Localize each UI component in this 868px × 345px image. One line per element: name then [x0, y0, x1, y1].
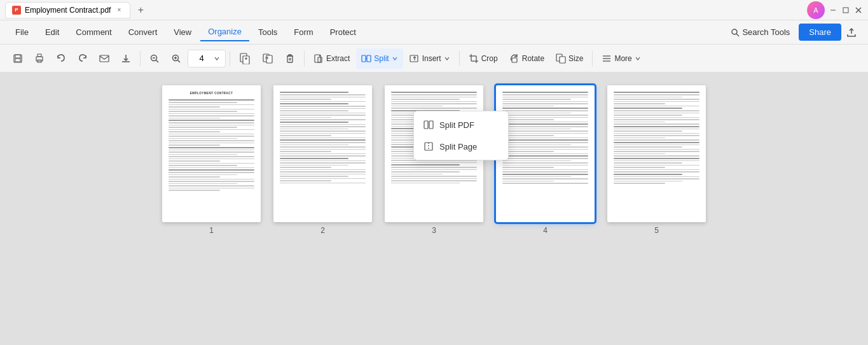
svg-rect-44: [560, 57, 565, 63]
print-button[interactable]: [29, 48, 50, 69]
svg-line-5: [736, 34, 739, 36]
print-icon: [34, 53, 45, 64]
email-button[interactable]: [94, 48, 114, 69]
menu-file[interactable]: File: [8, 24, 36, 41]
rotate-button[interactable]: Rotate: [504, 48, 549, 69]
menu-edit[interactable]: Edit: [38, 24, 67, 41]
active-tab[interactable]: P Employment Contract.pdf ×: [5, 2, 130, 18]
main-content: EMPLOYMENT CONTRACT: [0, 73, 868, 345]
extract-icon: [313, 53, 324, 64]
size-button[interactable]: Size: [551, 48, 588, 69]
split-pdf-icon: [423, 119, 434, 130]
pdf-page-2[interactable]: 2: [273, 85, 372, 235]
menu-tools[interactable]: Tools: [251, 24, 285, 41]
menu-form[interactable]: Form: [286, 24, 320, 41]
page-thumbnail-2[interactable]: [273, 85, 372, 222]
page-input[interactable]: [192, 53, 211, 63]
more-icon: [602, 53, 612, 64]
insert-label: Insert: [422, 54, 441, 63]
more-chevron-icon: [635, 55, 641, 62]
zoom-out-icon: [149, 53, 160, 64]
zoom-out-button[interactable]: [144, 48, 165, 69]
toolbar: Extract Split Insert Crop Rotate Size Mo…: [0, 45, 868, 73]
zoom-in-button[interactable]: [166, 48, 186, 69]
minimize-button[interactable]: [829, 6, 837, 15]
crop-icon: [469, 53, 479, 64]
upload-button[interactable]: [843, 24, 860, 41]
window-controls: A: [807, 1, 863, 19]
svg-rect-48: [424, 121, 428, 129]
split-dropdown-menu: Split PDF Split Page: [413, 111, 509, 160]
undo-icon: [56, 53, 66, 64]
tab-label: Employment Contract.pdf: [25, 6, 111, 15]
email-icon: [99, 53, 109, 64]
save-button[interactable]: [8, 48, 28, 69]
menu-protect[interactable]: Protect: [322, 24, 364, 41]
menu-comment[interactable]: Comment: [68, 24, 119, 41]
page-number-2: 2: [320, 226, 325, 235]
crop-button[interactable]: Crop: [464, 48, 503, 69]
split-icon: [361, 53, 371, 64]
tab-close-button[interactable]: ×: [114, 6, 123, 15]
separator-3: [304, 51, 305, 66]
delete-page-button[interactable]: [280, 48, 300, 69]
new-tab-button[interactable]: +: [133, 3, 148, 18]
redo-icon: [78, 53, 88, 64]
save-icon: [13, 53, 23, 64]
split-page-item[interactable]: Split Page: [414, 136, 508, 157]
svg-rect-8: [15, 59, 20, 62]
maximize-button[interactable]: [841, 6, 850, 15]
insert-button[interactable]: Insert: [404, 48, 455, 69]
separator-5: [592, 51, 593, 66]
page-number-4: 4: [543, 226, 548, 235]
separator-4: [459, 51, 460, 66]
delete-icon: [285, 53, 295, 64]
share-button[interactable]: Share: [799, 24, 841, 41]
replace-page-button[interactable]: [257, 48, 279, 69]
page-number-5: 5: [654, 226, 659, 235]
split-button[interactable]: Split: [356, 48, 403, 69]
tab-area: P Employment Contract.pdf × +: [5, 2, 802, 18]
extract-button[interactable]: Extract: [308, 48, 355, 69]
chevron-down-icon: [214, 55, 220, 62]
title-bar: P Employment Contract.pdf × + A: [0, 0, 868, 20]
rotate-icon: [509, 53, 520, 64]
separator-1: [140, 51, 141, 66]
svg-rect-0: [830, 10, 836, 10]
add-page-button[interactable]: [234, 48, 256, 69]
search-icon: [731, 28, 740, 37]
svg-line-14: [156, 60, 159, 62]
page-selector[interactable]: [188, 50, 226, 67]
split-pdf-item[interactable]: Split PDF: [414, 114, 508, 136]
more-label: More: [614, 54, 631, 63]
download-button[interactable]: [116, 48, 136, 69]
insert-chevron-icon: [444, 55, 450, 62]
split-page-label: Split Page: [439, 142, 477, 151]
crop-label: Crop: [481, 54, 498, 63]
menu-organize[interactable]: Organize: [200, 24, 249, 41]
svg-rect-7: [15, 55, 20, 58]
pdf-page-4[interactable]: 4: [496, 85, 595, 235]
close-window-button[interactable]: [854, 6, 863, 15]
pdf-page-5[interactable]: 5: [607, 85, 706, 235]
replace-icon: [262, 53, 273, 64]
page-thumbnail-5[interactable]: [607, 85, 706, 222]
separator-2: [230, 51, 230, 66]
page-thumbnail-1[interactable]: EMPLOYMENT CONTRACT: [162, 85, 261, 222]
split-pdf-label: Split PDF: [439, 120, 474, 130]
svg-rect-1: [843, 8, 848, 13]
redo-button[interactable]: [72, 48, 93, 69]
page-number-3: 3: [432, 226, 436, 235]
more-button[interactable]: More: [596, 48, 645, 69]
search-tools-button[interactable]: Search Tools: [723, 25, 797, 39]
svg-point-4: [732, 29, 737, 34]
svg-rect-36: [410, 55, 418, 62]
page-thumbnail-4[interactable]: [496, 85, 595, 222]
pdf-page-1[interactable]: EMPLOYMENT CONTRACT: [162, 85, 261, 235]
undo-button[interactable]: [51, 48, 71, 69]
svg-rect-28: [287, 56, 293, 62]
menu-convert[interactable]: Convert: [121, 24, 165, 41]
menu-view[interactable]: View: [166, 24, 199, 41]
svg-rect-21: [243, 56, 249, 64]
avatar: A: [807, 1, 825, 19]
